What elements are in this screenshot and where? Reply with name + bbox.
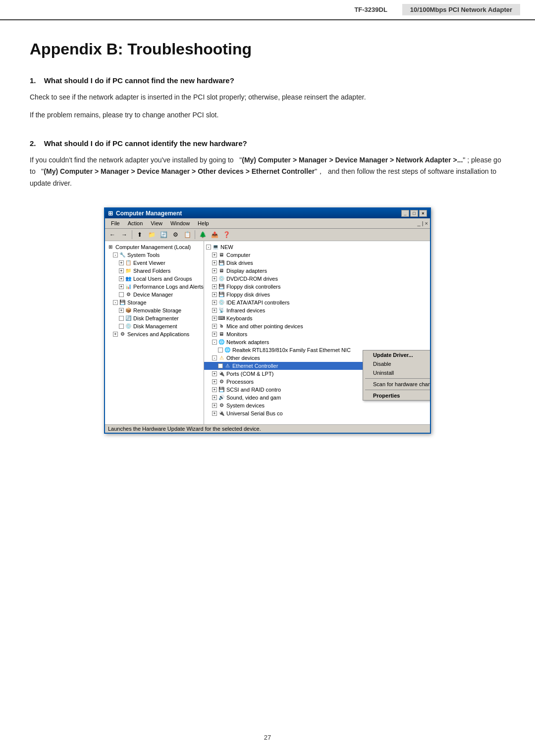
window-buttons[interactable]: _ □ × [401, 210, 427, 217]
expand-system[interactable]: - [113, 252, 118, 257]
right-item-infrared[interactable]: + 📡 Infrared devices [204, 306, 430, 314]
tree-item-services[interactable]: + ⚙ Services and Applications [105, 330, 204, 338]
toolbar-up[interactable]: ⬆ [134, 230, 145, 240]
right-item-disk-drives[interactable]: + 💾 Disk drives [204, 259, 430, 267]
expand-defrag [119, 316, 124, 321]
context-menu-properties[interactable]: Properties [363, 391, 430, 400]
expand-ide[interactable]: + [212, 300, 217, 305]
expand-ports[interactable]: + [212, 371, 217, 376]
right-item-floppy-drv[interactable]: + 💾 Floppy disk drives [204, 291, 430, 299]
tree-item-defrag[interactable]: 🔄 Disk Defragmenter [105, 314, 204, 322]
menu-view[interactable]: View [147, 219, 166, 227]
right-item-usb[interactable]: + 🔌 Universal Serial Bus co [204, 409, 430, 417]
monitors-label: Monitors [226, 331, 247, 337]
expand-ethernet [218, 363, 223, 368]
right-item-computer[interactable]: + 🖥 Computer [204, 251, 430, 259]
expand-event[interactable]: + [119, 260, 124, 265]
ide-icon: 💿 [218, 299, 225, 306]
toolbar-back[interactable]: ← [107, 230, 118, 240]
tree-item-system-tools[interactable]: - 🔧 System Tools [105, 251, 204, 259]
toolbar-export[interactable]: 📤 [209, 230, 220, 240]
tree-item-root[interactable]: ⊞ Computer Management (Local) [105, 243, 204, 251]
tree-item-removable[interactable]: + 📦 Removable Storage [105, 306, 204, 314]
expand-perf[interactable]: + [119, 284, 124, 289]
expand-new[interactable]: - [206, 245, 211, 250]
toolbar-list[interactable]: 📋 [182, 230, 193, 240]
menu-window[interactable]: Window [166, 219, 194, 227]
expand-shared[interactable]: + [119, 268, 124, 273]
computer-label: Computer [226, 252, 250, 258]
right-item-display[interactable]: + 🖥 Display adapters [204, 267, 430, 275]
expand-floppyctrl[interactable]: + [212, 284, 217, 289]
expand-removable[interactable]: + [119, 308, 124, 313]
sysdev-label: System devices [226, 403, 265, 408]
event-label: Event Viewer [133, 260, 165, 266]
expand-network[interactable]: - [212, 340, 217, 345]
section-1-para-2: If the problem remains, please try to ch… [30, 109, 505, 121]
toolbar-gear[interactable]: ⚙ [170, 230, 181, 240]
toolbar-tree[interactable]: 🌲 [197, 230, 208, 240]
expand-kbd[interactable]: + [212, 316, 217, 321]
right-item-network[interactable]: - 🌐 Network adapters [204, 338, 430, 346]
right-item-mice[interactable]: + 🖱 Mice and other pointing devices [204, 322, 430, 330]
toolbar-folder[interactable]: 📁 [146, 230, 157, 240]
context-menu-scan[interactable]: Scan for hardware changes [363, 380, 430, 389]
toolbar-help[interactable]: ❓ [221, 230, 232, 240]
expand-sysdev[interactable]: + [212, 403, 217, 408]
expand-display[interactable]: + [212, 268, 217, 273]
expand-diskdrv[interactable]: + [212, 260, 217, 265]
expand-users[interactable]: + [119, 276, 124, 281]
ports-label: Ports (COM & LPT) [226, 371, 273, 377]
right-item-ide[interactable]: + 💿 IDE ATA/ATAPI controllers [204, 299, 430, 306]
expand-proc[interactable]: + [212, 379, 217, 384]
toolbar-refresh[interactable]: 🔄 [158, 230, 169, 240]
right-item-floppy-ctrl[interactable]: + 💾 Floppy disk controllers [204, 283, 430, 291]
root-label: Computer Management (Local) [115, 244, 191, 250]
expand-floppydrv[interactable]: + [212, 292, 217, 297]
sysdev-icon: ⚙ [218, 402, 225, 409]
tree-item-event-viewer[interactable]: + 📋 Event Viewer [105, 259, 204, 267]
right-item-new[interactable]: - 💻 NEW [204, 243, 430, 251]
right-item-system[interactable]: + ⚙ System devices [204, 402, 430, 409]
expand-other[interactable]: - [212, 355, 217, 360]
model-number: TF-3239DL [354, 6, 387, 13]
right-item-keyboards[interactable]: + ⌨ Keyboards [204, 314, 430, 322]
tree-item-device-manager[interactable]: ⚙ Device Manager [105, 291, 204, 299]
computer-management-window: ⊞ Computer Management _ □ × File Action … [104, 207, 431, 434]
minimize-button[interactable]: _ [401, 210, 409, 217]
expand-dvd[interactable]: + [212, 276, 217, 281]
window-title: Computer Management [116, 210, 182, 217]
expand-usb[interactable]: + [212, 411, 217, 416]
maximize-button[interactable]: □ [410, 210, 418, 217]
close-button[interactable]: × [419, 210, 427, 217]
expand-storage[interactable]: - [113, 300, 118, 305]
context-menu-uninstall[interactable]: Uninstall [363, 368, 430, 377]
display-icon: 🖥 [218, 267, 225, 274]
tree-item-perf-logs[interactable]: + 📊 Performance Logs and Alerts [105, 283, 204, 291]
menu-action[interactable]: Action [124, 219, 147, 227]
ports-icon: 🔌 [218, 370, 225, 377]
right-item-dvd[interactable]: + 💿 DVD/CD-ROM drives [204, 275, 430, 283]
tree-item-shared-folders[interactable]: + 📁 Shared Folders [105, 267, 204, 275]
context-menu: Update Driver... Disable Uninstall Scan … [363, 350, 430, 401]
new-icon: 💻 [212, 244, 219, 251]
expand-scsi[interactable]: + [212, 387, 217, 392]
expand-infrared[interactable]: + [212, 308, 217, 313]
right-item-monitors[interactable]: + 🖥 Monitors [204, 330, 430, 338]
ethernet-icon: ⚠ [224, 362, 231, 369]
expand-computer[interactable]: + [212, 252, 217, 257]
tree-item-disk-mgmt[interactable]: 💿 Disk Management [105, 322, 204, 330]
expand-monitors[interactable]: + [212, 332, 217, 337]
toolbar-forward[interactable]: → [119, 230, 130, 240]
kbd-icon: ⌨ [218, 315, 225, 322]
menu-file[interactable]: File [107, 219, 124, 227]
expand-services[interactable]: + [113, 332, 118, 337]
expand-sound[interactable]: + [212, 395, 217, 400]
devmgr-icon: ⚙ [125, 291, 132, 298]
tree-item-storage[interactable]: - 💾 Storage [105, 299, 204, 306]
tree-item-local-users[interactable]: + 👥 Local Users and Groups [105, 275, 204, 283]
menu-help[interactable]: Help [194, 219, 213, 227]
expand-mice[interactable]: + [212, 324, 217, 329]
context-menu-update-driver[interactable]: Update Driver... [363, 351, 430, 359]
context-menu-disable[interactable]: Disable [363, 359, 430, 368]
